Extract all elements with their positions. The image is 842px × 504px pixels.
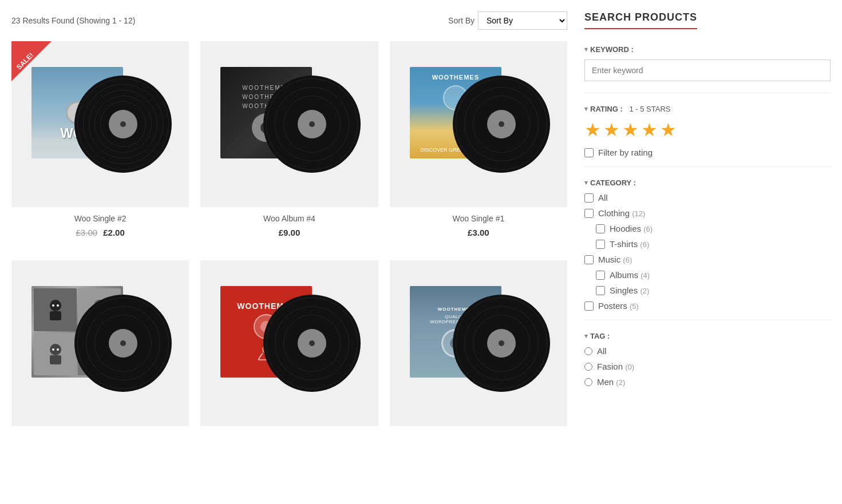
count-men: (2) <box>616 378 625 387</box>
sale-price: £2.00 <box>103 228 125 237</box>
count-fasion: (0) <box>625 363 634 371</box>
count-tshirts: (6) <box>640 240 649 249</box>
rating-section: ▾ RATING : 1 - 5 STARS ★ ★ ★ ★ ★ Filter … <box>584 105 831 157</box>
product-price: £3.00 £2.00 <box>11 228 189 237</box>
svg-point-3 <box>57 304 59 307</box>
count-music: (6) <box>623 256 632 264</box>
svg-point-8 <box>50 344 61 355</box>
count-clothing: (12) <box>632 209 645 218</box>
rating-range-text: 1 - 5 STARS <box>629 105 670 113</box>
category-label-singles[interactable]: Singles (2) <box>610 285 649 295</box>
keyword-input[interactable] <box>584 59 831 81</box>
chevron-icon: ▾ <box>584 46 588 53</box>
svg-line-17 <box>258 353 263 360</box>
vinyl-scene: WOOTHEMES DISCOVER GREAT DESIGNS <box>404 50 553 199</box>
category-item-posters: Posters (5) <box>584 301 831 311</box>
product-card: SALE! WOO <box>11 41 189 249</box>
original-price: £3.00 <box>76 228 98 237</box>
category-list: All Clothing (12) Hoodies (6) T-shirts (… <box>584 193 831 311</box>
keyword-heading: ▾ KEYWORD : <box>584 45 831 54</box>
tag-item-all: All <box>584 346 831 356</box>
product-price: £3.00 <box>390 228 567 237</box>
product-image[interactable]: WOOTHEMES DISCOVER GREAT DESIGNS <box>390 41 567 207</box>
product-title: Woo Single #1 <box>390 214 567 223</box>
category-label-clothing[interactable]: Clothing (12) <box>598 208 645 218</box>
star-2: ★ <box>603 119 620 141</box>
tag-label-fasion[interactable]: Fasion (0) <box>597 362 634 371</box>
product-title: Woo Single #2 <box>11 214 189 223</box>
category-checkbox-clothing[interactable] <box>584 209 594 218</box>
vinyl-scene: WOOTHEMES QUALITYWORDPRESS TUNES <box>404 269 553 418</box>
category-section: ▾ CATEGORY : All Clothing (12) Hoodies (… <box>584 178 831 311</box>
tag-radio-men[interactable] <box>584 378 592 386</box>
product-image[interactable]: WOOTHEMESWOOTHEMESWOOTHEMES <box>200 41 378 207</box>
product-image[interactable]: WOOTHEMES <box>200 260 378 426</box>
tag-radio-fasion[interactable] <box>584 363 592 371</box>
rating-heading: ▾ RATING : 1 - 5 STARS <box>584 105 831 113</box>
category-checkbox-music[interactable] <box>584 255 594 264</box>
category-checkbox-hoodies[interactable] <box>596 224 605 233</box>
count-posters: (5) <box>630 302 639 311</box>
vinyl-disc <box>263 76 361 173</box>
category-item-tshirts: T-shirts (6) <box>596 239 831 249</box>
results-count: 23 Results Found (Showing 1 - 12) <box>11 16 135 25</box>
category-item-hoodies: Hoodies (6) <box>596 224 831 233</box>
svg-point-0 <box>50 300 61 311</box>
vinyl-disc <box>74 295 172 392</box>
category-label-hoodies[interactable]: Hoodies (6) <box>610 224 653 233</box>
vinyl-scene: WOO <box>26 50 175 199</box>
product-image[interactable]: SALE! WOO <box>11 41 189 207</box>
results-bar: 23 Results Found (Showing 1 - 12) Sort B… <box>11 11 567 30</box>
rating-range <box>625 105 627 113</box>
keyword-section: ▾ KEYWORD : <box>584 45 831 84</box>
category-item-all: All <box>584 193 831 203</box>
sort-select[interactable]: Sort By Popularity Rating Date Price: Lo… <box>478 11 567 30</box>
sidebar: SEARCH PRODUCTS ▾ KEYWORD : ▾ RATING : 1… <box>584 11 831 445</box>
category-checkbox-tshirts[interactable] <box>596 240 605 249</box>
svg-point-11 <box>57 348 59 351</box>
category-item-albums: Albums (4) <box>596 270 831 280</box>
star-3: ★ <box>622 119 639 141</box>
product-image[interactable] <box>11 260 189 426</box>
category-heading: ▾ CATEGORY : <box>584 178 831 187</box>
product-card: WOOTHEMES <box>200 260 378 445</box>
filter-by-rating-row: Filter by rating <box>584 148 831 157</box>
vinyl-scene: WOOTHEMES <box>215 269 363 418</box>
tag-label-all[interactable]: All <box>597 346 607 356</box>
svg-rect-1 <box>50 311 61 320</box>
category-checkbox-singles[interactable] <box>596 286 605 295</box>
category-label-music[interactable]: Music (6) <box>598 255 632 264</box>
category-label-posters[interactable]: Posters (5) <box>598 301 639 311</box>
category-checkbox-all[interactable] <box>584 193 594 203</box>
category-label-albums[interactable]: Albums (4) <box>610 270 650 280</box>
product-title: Woo Album #4 <box>200 214 378 223</box>
main-content: 23 Results Found (Showing 1 - 12) Sort B… <box>11 11 567 445</box>
sale-price: £9.00 <box>279 228 301 237</box>
product-image[interactable]: WOOTHEMES QUALITYWORDPRESS TUNES <box>390 260 567 426</box>
chevron-icon: ▾ <box>584 332 588 340</box>
svg-rect-9 <box>50 355 61 364</box>
category-label: CATEGORY : <box>590 178 636 187</box>
star-5: ★ <box>660 119 677 141</box>
tag-label: TAG : <box>590 332 610 340</box>
category-checkbox-posters[interactable] <box>584 301 594 311</box>
product-price: £9.00 <box>200 228 378 237</box>
sale-price: £3.00 <box>468 228 489 237</box>
stars-row: ★ ★ ★ ★ ★ <box>584 119 831 141</box>
category-label-all[interactable]: All <box>598 193 608 203</box>
chevron-icon: ▾ <box>584 179 588 186</box>
product-card: WOOTHEMESWOOTHEMESWOOTHEMES Woo Album #4 <box>200 41 378 249</box>
category-checkbox-albums[interactable] <box>596 271 605 280</box>
filter-by-rating-label[interactable]: Filter by rating <box>598 148 653 157</box>
product-card: WOOTHEMES QUALITYWORDPRESS TUNES <box>390 260 567 445</box>
keyword-label: KEYWORD : <box>590 45 634 54</box>
tag-radio-all[interactable] <box>584 347 592 355</box>
filter-by-rating-checkbox[interactable] <box>584 148 594 157</box>
star-4: ★ <box>641 119 658 141</box>
category-label-tshirts[interactable]: T-shirts (6) <box>610 239 649 249</box>
tag-label-men[interactable]: Men (2) <box>597 377 625 387</box>
tag-heading: ▾ TAG : <box>584 332 831 340</box>
count-hoodies: (6) <box>643 225 653 233</box>
sort-wrapper: Sort By Sort By Popularity Rating Date P… <box>448 11 567 30</box>
vinyl-disc <box>453 295 550 392</box>
